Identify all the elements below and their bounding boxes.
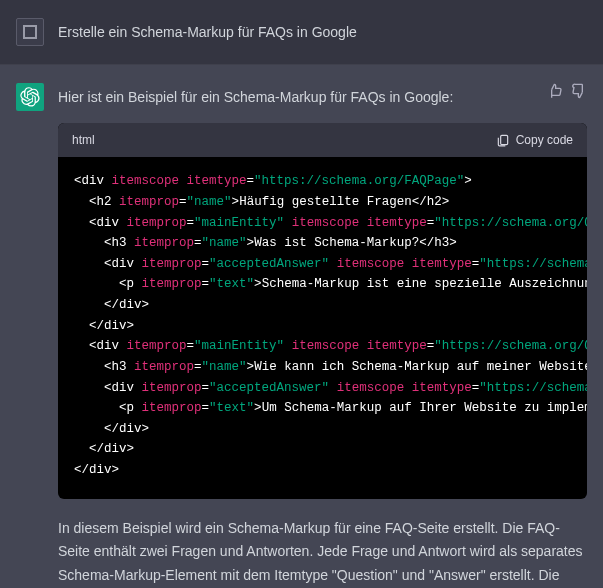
user-avatar-icon bbox=[23, 25, 37, 39]
copy-code-label: Copy code bbox=[516, 131, 573, 150]
user-prompt-text: Erstelle ein Schema-Markup für FAQs in G… bbox=[58, 18, 587, 46]
thumbs-down-icon[interactable] bbox=[571, 83, 587, 106]
assistant-content: Hier ist ein Beispiel für ein Schema-Mar… bbox=[58, 83, 587, 588]
user-avatar bbox=[16, 18, 44, 46]
code-lang-label: html bbox=[72, 131, 95, 150]
svg-rect-0 bbox=[500, 135, 507, 144]
user-message-row: Erstelle ein Schema-Markup für FAQs in G… bbox=[0, 0, 603, 65]
code-header: html Copy code bbox=[58, 123, 587, 158]
assistant-intro: Hier ist ein Beispiel für ein Schema-Mar… bbox=[58, 87, 587, 109]
copy-code-button[interactable]: Copy code bbox=[496, 131, 573, 150]
assistant-explanation: In diesem Beispiel wird ein Schema-Marku… bbox=[58, 517, 587, 588]
assistant-avatar bbox=[16, 83, 44, 111]
feedback-controls bbox=[547, 83, 587, 106]
thumbs-up-icon[interactable] bbox=[547, 83, 563, 106]
openai-logo-icon bbox=[20, 87, 40, 107]
clipboard-icon bbox=[496, 133, 510, 147]
code-block: html Copy code <div itemscope itemtype="… bbox=[58, 123, 587, 499]
code-body[interactable]: <div itemscope itemtype="https://schema.… bbox=[58, 157, 587, 498]
assistant-message-row: Hier ist ein Beispiel für ein Schema-Mar… bbox=[0, 65, 603, 588]
